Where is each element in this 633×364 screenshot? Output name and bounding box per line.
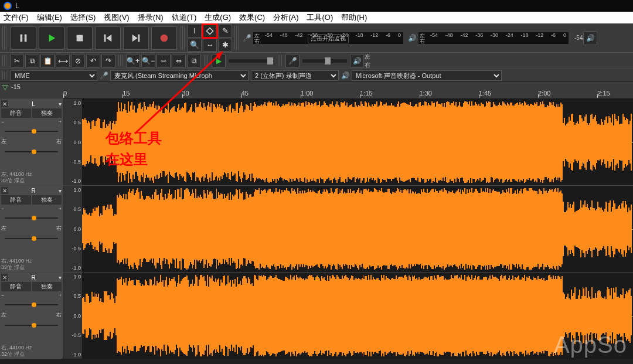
zoom-in-button[interactable]: 🔍+ [126, 54, 140, 68]
timeline-start-value: -15 [11, 83, 21, 90]
play-button[interactable] [39, 26, 64, 50]
pan-slider[interactable] [1, 322, 62, 328]
toolbar-grip[interactable] [181, 26, 185, 50]
toolbar-grip[interactable] [234, 26, 239, 50]
fit-project-button[interactable]: ⇔ [172, 54, 186, 68]
track-control-panel: ✕ R ▾ 静音 独奏 −+ 左右 右, 44100 Hz 32位 浮点 [0, 186, 63, 272]
svg-rect-3 [77, 35, 83, 41]
undo-button[interactable]: ↶ [86, 54, 100, 68]
mic-volume-icon[interactable]: 🎤 [285, 54, 300, 68]
playback-meter[interactable]: 左 右 -54-48-42-36-30-24-18-12-60 [418, 32, 569, 44]
track-menu-button[interactable]: ▾ [59, 274, 62, 281]
svg-marker-2 [49, 34, 56, 42]
track-info: 右, 44100 Hz 32位 浮点 [1, 258, 62, 271]
track-close-button[interactable]: ✕ [1, 274, 8, 281]
toolbar-grip[interactable] [2, 55, 7, 66]
menu-tools[interactable]: 工具(O) [307, 12, 333, 23]
gain-slider[interactable] [1, 128, 62, 134]
tools-grid: I ✎ 🔍 ↔ ✱ [188, 25, 232, 52]
waveform-area[interactable]: 1.00.50.0-0.5-1.0 [63, 186, 633, 272]
svg-point-8 [161, 34, 168, 42]
menu-analyze[interactable]: 分析(A) [273, 12, 298, 23]
track-name[interactable]: R [9, 188, 57, 194]
timeline-ruler[interactable]: ▽ -15 01530451:001:151:301:452:002:15 [0, 82, 633, 98]
play-speed-slider[interactable] [229, 59, 273, 63]
zoom-out-button[interactable]: 🔍− [141, 54, 155, 68]
track-name[interactable]: R [9, 274, 57, 281]
track-close-button[interactable]: ✕ [1, 100, 8, 107]
audio-track: ✕ L ▾ 静音 独奏 −+ 左右 左, 44100 Hz 32位 浮点 1.0… [0, 98, 633, 185]
stop-button[interactable] [67, 26, 93, 50]
track-name[interactable]: L [9, 101, 57, 107]
zoom-toggle-button[interactable]: ⧉ [187, 54, 201, 68]
pin-indicator-icon[interactable]: ▽ [2, 83, 8, 91]
device-toolbar: MME 🎤 麦克风 (Steam Streaming Microph 2 (立体… [0, 69, 633, 82]
menu-edit[interactable]: 编辑(E) [37, 12, 62, 23]
skip-start-button[interactable] [95, 26, 121, 50]
toolbar-grip[interactable] [118, 55, 123, 66]
pause-button[interactable] [11, 26, 36, 50]
draw-tool[interactable]: ✎ [218, 25, 232, 38]
app-logo-icon [4, 2, 12, 10]
gain-slider[interactable] [1, 215, 62, 221]
record-button[interactable] [151, 26, 177, 50]
fit-selection-button[interactable]: ⇿ [156, 54, 171, 68]
waveform-area[interactable]: 1.00.50.0-0.5-1.0 [63, 273, 633, 359]
solo-button[interactable]: 独奏 [32, 108, 62, 118]
audio-host-select[interactable]: MME [11, 70, 97, 81]
track-menu-button[interactable]: ▾ [59, 188, 62, 194]
menu-view[interactable]: 视图(V) [104, 12, 129, 23]
play-at-speed-button[interactable]: ▶ [212, 54, 226, 68]
mute-button[interactable]: 静音 [1, 195, 31, 205]
menu-generate[interactable]: 生成(G) [205, 12, 231, 23]
menu-effect[interactable]: 效果(C) [239, 12, 265, 23]
menu-help[interactable]: 帮助(H) [341, 12, 367, 23]
mic-icon[interactable]: 🎤 [241, 34, 252, 42]
recording-device-select[interactable]: 麦克风 (Steam Streaming Microph [110, 70, 249, 81]
silence-button[interactable]: ⊘ [71, 54, 85, 68]
toolbar-grip[interactable] [204, 55, 209, 66]
trim-button[interactable]: ⟷ [56, 54, 70, 68]
selection-tool[interactable]: I [188, 25, 202, 38]
solo-button[interactable]: 独奏 [32, 195, 62, 205]
timeshift-tool[interactable]: ↔ [203, 39, 217, 52]
solo-button[interactable]: 独奏 [32, 282, 62, 291]
menu-file[interactable]: 文件(F) [4, 12, 29, 23]
recording-meter[interactable]: 左 右 -54-48-42-36-30-24-18-12-60 点击开始监视 [253, 32, 403, 44]
rec-volume-slider[interactable] [302, 59, 347, 63]
tracks-area: ✕ L ▾ 静音 独奏 −+ 左右 左, 44100 Hz 32位 浮点 1.0… [0, 98, 633, 359]
gain-slider[interactable] [1, 302, 62, 308]
svg-marker-7 [132, 34, 138, 42]
playback-volume-icon[interactable]: 🔊 [350, 54, 364, 68]
speaker-icon[interactable]: 🔊 [407, 34, 417, 42]
toolbar-grip[interactable] [278, 55, 283, 66]
track-control-panel: ✕ R ▾ 静音 独奏 −+ 左右 右, 44100 Hz 32位 浮点 [0, 273, 63, 359]
mute-button[interactable]: 静音 [1, 108, 31, 118]
mute-button[interactable]: 静音 [1, 282, 31, 291]
speaker-volume-icon[interactable]: 🔊 [583, 31, 597, 45]
paste-button[interactable]: 📋 [40, 54, 55, 68]
svg-rect-6 [138, 34, 140, 42]
multi-tool[interactable]: ✱ [218, 39, 232, 52]
menu-tracks[interactable]: 轨道(T) [172, 12, 197, 23]
main-toolbar: I ✎ 🔍 ↔ ✱ 🎤 左 右 -54-48-42-36-30-24-18-12… [0, 23, 633, 53]
track-menu-button[interactable]: ▾ [59, 101, 62, 107]
playback-device-select[interactable]: Microsoft 声音映射器 - Output [352, 70, 502, 81]
waveform-area[interactable]: 1.00.50.0-0.5-1.0 [63, 99, 633, 185]
menu-select[interactable]: 选择(S) [70, 12, 96, 23]
track-info: 左, 44100 Hz 32位 浮点 [1, 171, 62, 184]
toolbar-grip[interactable] [2, 72, 7, 79]
audio-track: ✕ R ▾ 静音 独奏 −+ 左右 右, 44100 Hz 32位 浮点 1.0… [0, 185, 633, 272]
copy-button[interactable]: ⧉ [25, 54, 39, 68]
envelope-tool[interactable] [203, 25, 217, 38]
menu-transport[interactable]: 播录(N) [138, 12, 164, 23]
redo-button[interactable]: ↷ [101, 54, 115, 68]
track-close-button[interactable]: ✕ [1, 187, 8, 194]
recording-channels-select[interactable]: 2 (立体声) 录制声道 [251, 70, 339, 81]
pan-slider[interactable] [1, 236, 62, 241]
pan-slider[interactable] [1, 149, 62, 155]
cut-button[interactable]: ✂ [10, 54, 24, 68]
toolbar-grip[interactable] [2, 26, 7, 50]
skip-end-button[interactable] [123, 26, 149, 50]
zoom-tool[interactable]: 🔍 [188, 39, 202, 52]
